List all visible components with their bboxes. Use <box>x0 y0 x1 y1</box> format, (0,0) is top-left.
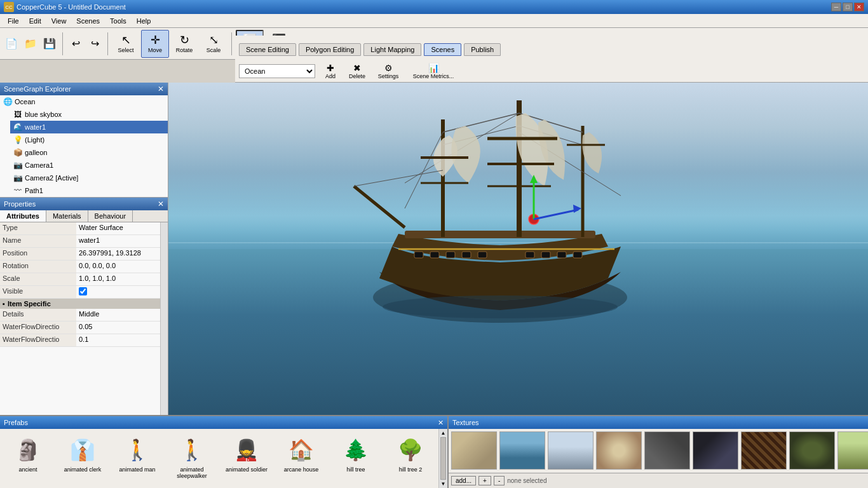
menu-tools[interactable]: Tools <box>105 16 132 26</box>
menu-edit[interactable]: Edit <box>24 16 46 26</box>
tree-item-camera2[interactable]: 📷 Camera2 [Active] <box>10 172 168 184</box>
prop-value-name[interactable] <box>76 235 160 247</box>
tree-label-ocean: Ocean <box>15 98 35 105</box>
scene-graph-close[interactable]: ✕ <box>158 85 164 93</box>
prefab-more-1[interactable]: 🌲 hill tree <box>330 431 381 476</box>
select-label: Select <box>118 47 133 53</box>
texture-9[interactable] <box>837 431 868 470</box>
tree-item-water1[interactable]: 🌊 water1 <box>10 121 168 133</box>
props-tab-attributes[interactable]: Attributes <box>0 210 46 222</box>
viewport[interactable] <box>168 83 868 415</box>
prefab-more-1-label: hill tree <box>346 466 365 473</box>
galleon-icon: 📦 <box>13 147 23 158</box>
props-tab-materials[interactable]: Materials <box>46 210 88 222</box>
tree-item-ocean[interactable]: 🌐 Ocean <box>0 95 168 108</box>
tree-item-camera1[interactable]: 📷 Camera1 <box>10 159 168 172</box>
settings-button[interactable]: ⚙ Settings <box>372 62 404 81</box>
prefabs-scroll-up[interactable]: ▲ <box>440 430 446 436</box>
maximize-button[interactable]: □ <box>843 3 853 11</box>
prefabs-close[interactable]: ✕ <box>438 419 444 427</box>
prefabs-scrollbar[interactable]: ▲ ▼ <box>438 429 447 488</box>
tree-item-skybox[interactable]: 🖼 blue skybox <box>10 108 168 121</box>
close-button[interactable]: ✕ <box>854 3 864 11</box>
prop-row-visible: Visible <box>0 286 160 299</box>
props-tab-behaviour[interactable]: Behaviour <box>88 210 133 222</box>
open-button[interactable]: 📁 <box>22 35 39 53</box>
transform-gizmo <box>512 172 588 249</box>
texture-8[interactable] <box>789 431 835 470</box>
texture-2[interactable] <box>499 431 545 470</box>
scene-selector[interactable]: Ocean <box>239 64 315 78</box>
svg-rect-27 <box>557 252 566 258</box>
prefab-more-2-icon: 🌳 <box>395 435 426 465</box>
add-scene-button[interactable]: ✚ Add <box>319 62 342 81</box>
animated-clerk-icon: 👔 <box>67 435 98 465</box>
save-button[interactable]: 💾 <box>41 35 58 53</box>
properties-close[interactable]: ✕ <box>158 200 164 208</box>
prop-row-type: Type Water Surface <box>0 222 160 235</box>
delete-scene-button[interactable]: ✖ Delete <box>346 62 369 81</box>
ancient-label: ancient <box>18 466 37 473</box>
prefab-animated-sleepwalker[interactable]: 🚶 animated sleepwalker <box>166 431 217 482</box>
prefabs-scroll-down[interactable]: ▼ <box>440 481 446 487</box>
tab-scene-editing[interactable]: Scene Editing <box>239 43 296 56</box>
titlebar-controls[interactable]: ─ □ ✕ <box>831 3 864 11</box>
texture-6[interactable] <box>693 431 738 470</box>
rotate-tool[interactable]: ↻ Rotate <box>170 30 198 58</box>
menu-help[interactable]: Help <box>132 16 156 26</box>
menu-scenes[interactable]: Scenes <box>71 16 105 26</box>
path-icon: 〰 <box>13 186 23 196</box>
prefabs-content: 🗿 ancient 👔 animated clerk 🚶 animated ma… <box>0 429 438 488</box>
tree-label-camera1: Camera1 <box>25 161 53 169</box>
prefab-arcane-house[interactable]: 🏠 arcane house <box>276 431 327 476</box>
prop-label-name: Name <box>0 235 76 247</box>
scene-graph-explorer: SceneGraph Explorer ✕ 🌐 Ocean 🖼 blue sky… <box>0 83 168 198</box>
texture-1[interactable] <box>451 431 497 470</box>
redo-button[interactable]: ↪ <box>86 35 104 53</box>
minimize-button[interactable]: ─ <box>831 3 841 11</box>
settings-icon: ⚙ <box>384 63 393 73</box>
tab-publish[interactable]: Publish <box>464 43 501 56</box>
tab-polygon-editing[interactable]: Polygon Editing <box>299 43 361 56</box>
properties-scrollbar[interactable] <box>160 222 168 415</box>
prop-label-visible: Visible <box>0 286 76 298</box>
select-tool[interactable]: ↖ Select <box>112 30 140 58</box>
move-tool[interactable]: ✛ Move <box>141 30 169 58</box>
scale-label: Scale <box>207 47 221 53</box>
texture-5[interactable] <box>644 431 690 470</box>
prefab-animated-clerk[interactable]: 👔 animated clerk <box>57 431 108 476</box>
prop-value-visible[interactable] <box>76 286 160 298</box>
new-button[interactable]: 📄 <box>3 35 20 53</box>
undo-button[interactable]: ↩ <box>67 35 85 53</box>
menu-file[interactable]: File <box>3 16 24 26</box>
animated-soldier-label: animated soldier <box>226 466 268 473</box>
texture-7[interactable] <box>741 431 787 470</box>
texture-4[interactable] <box>596 431 642 470</box>
prefab-animated-soldier[interactable]: 💂 animated soldier <box>221 431 272 476</box>
section-collapse-icon[interactable]: ▪ <box>3 300 5 308</box>
tree-item-galleon[interactable]: 📦 galleon <box>10 146 168 159</box>
menu-view[interactable]: View <box>46 16 72 26</box>
tab-light-mapping[interactable]: Light Mapping <box>363 43 421 56</box>
prop-value-details: Middle <box>76 309 160 321</box>
tree-item-light[interactable]: 💡 (Light) <box>10 133 168 146</box>
texture-3[interactable] <box>548 431 593 470</box>
prefab-more-2-label: hill tree 2 <box>399 466 423 473</box>
properties-panel: Properties ✕ Attributes Materials Behavi… <box>0 198 168 415</box>
scale-tool[interactable]: ⤡ Scale <box>200 30 227 58</box>
metrics-button[interactable]: 📊 Scene Metrics... <box>408 62 459 81</box>
textures-minus-button[interactable]: - <box>494 476 505 485</box>
prefab-ancient[interactable]: 🗿 ancient <box>3 431 53 476</box>
prefab-animated-man[interactable]: 🚶 animated man <box>112 431 163 476</box>
textures-add-button[interactable]: add... <box>451 476 476 485</box>
tab-scenes[interactable]: Scenes <box>424 43 461 56</box>
textures-plus-button[interactable]: + <box>478 476 491 485</box>
tree-item-path1[interactable]: 〰 Path1 <box>10 184 168 197</box>
prop-value-waterflow1: 0.05 <box>76 322 160 334</box>
textures-title: Textures <box>452 419 479 426</box>
svg-rect-21 <box>430 252 439 258</box>
water-icon: 🌊 <box>13 122 23 132</box>
prefab-more-2[interactable]: 🌳 hill tree 2 <box>385 431 436 476</box>
arcane-house-label: arcane house <box>284 466 319 473</box>
scene-controls: Ocean ✚ Add ✖ Delete ⚙ Settings 📊 Scene … <box>235 60 868 83</box>
